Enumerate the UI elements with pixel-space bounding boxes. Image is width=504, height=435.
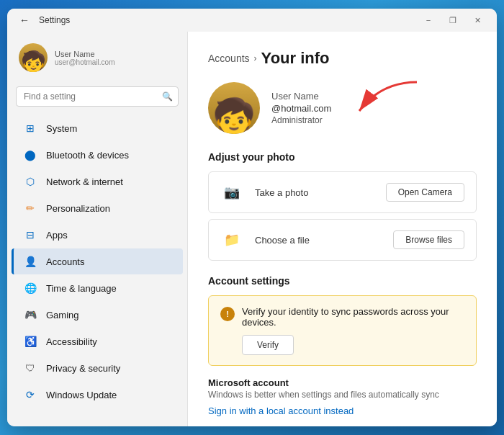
sidebar-item-personalization[interactable]: ✏ Personalization bbox=[12, 195, 183, 221]
sidebar-item-label: Network & internet bbox=[46, 176, 123, 187]
sidebar-item-system[interactable]: ⊞ System bbox=[12, 115, 183, 141]
back-button[interactable]: ← bbox=[16, 12, 33, 29]
breadcrumb-separator: › bbox=[254, 53, 257, 63]
take-photo-label: Take a photo bbox=[255, 187, 374, 198]
time-icon: 🌐 bbox=[23, 281, 37, 295]
accessibility-icon: ♿ bbox=[23, 334, 37, 349]
sidebar-email: user@hotmail.com bbox=[55, 58, 115, 66]
main-content: Accounts › Your info 🧒 User Name @hotmai… bbox=[187, 32, 497, 426]
profile-name: User Name bbox=[271, 91, 331, 102]
sidebar-item-label: Windows Update bbox=[46, 390, 117, 400]
sidebar-item-bluetooth[interactable]: ⬤ Bluetooth & devices bbox=[12, 142, 183, 168]
network-icon: ⬡ bbox=[23, 174, 37, 189]
sidebar-item-time[interactable]: 🌐 Time & language bbox=[12, 275, 183, 301]
sidebar-item-label: Bluetooth & devices bbox=[46, 150, 129, 161]
browse-files-button[interactable]: Browse files bbox=[393, 230, 464, 249]
sidebar-item-update[interactable]: ⟳ Windows Update bbox=[12, 382, 183, 408]
sidebar-item-network[interactable]: ⬡ Network & internet bbox=[12, 169, 183, 194]
window-title: Settings bbox=[39, 15, 70, 25]
sidebar-item-label: Privacy & security bbox=[46, 363, 120, 374]
maximize-button[interactable]: ❐ bbox=[442, 13, 464, 27]
accounts-icon: 👤 bbox=[23, 254, 37, 269]
verify-button[interactable]: Verify bbox=[242, 335, 294, 355]
settings-window: ← Settings − ❐ ✕ 🧒 User Name user@hotmai… bbox=[7, 9, 497, 426]
sidebar-item-label: Apps bbox=[46, 230, 68, 241]
folder-icon: 📁 bbox=[220, 228, 243, 251]
sidebar: 🧒 User Name user@hotmail.com 🔍 ⊞ System … bbox=[7, 32, 187, 426]
warning-icon: ! bbox=[220, 307, 235, 321]
sidebar-username: User Name bbox=[55, 50, 115, 58]
bluetooth-icon: ⬤ bbox=[23, 148, 37, 162]
choose-file-label: Choose a file bbox=[255, 235, 382, 246]
sidebar-item-privacy[interactable]: 🛡 Privacy & security bbox=[12, 355, 183, 381]
content-area: 🧒 User Name user@hotmail.com 🔍 ⊞ System … bbox=[7, 32, 497, 426]
sidebar-item-label: Personalization bbox=[46, 203, 110, 214]
search-icon: 🔍 bbox=[162, 91, 173, 102]
red-arrow-indicator bbox=[338, 79, 424, 125]
system-icon: ⊞ bbox=[23, 121, 37, 135]
sign-in-local-link[interactable]: Sign in with a local account instead bbox=[208, 405, 354, 416]
sidebar-item-label: Accessibility bbox=[46, 336, 97, 347]
breadcrumb-parent: Accounts bbox=[208, 53, 250, 64]
ms-account-desc: Windows is better when settings and file… bbox=[208, 390, 477, 400]
breadcrumb-current: Your info bbox=[261, 49, 330, 68]
choose-file-card: 📁 Choose a file Browse files bbox=[208, 219, 477, 261]
warning-content: ! Verify your identity to sync passwords… bbox=[220, 306, 464, 328]
sidebar-item-accounts[interactable]: 👤 Accounts bbox=[12, 248, 183, 274]
camera-icon: 📷 bbox=[220, 181, 243, 204]
avatar-image: 🧒 bbox=[208, 82, 260, 134]
minimize-button[interactable]: − bbox=[418, 13, 439, 27]
open-camera-button[interactable]: Open Camera bbox=[386, 183, 464, 202]
sidebar-item-label: System bbox=[46, 123, 77, 134]
take-photo-card: 📷 Take a photo Open Camera bbox=[208, 171, 477, 213]
update-icon: ⟳ bbox=[23, 387, 37, 402]
sidebar-item-label: Accounts bbox=[46, 256, 84, 267]
search-input[interactable] bbox=[16, 86, 179, 107]
sidebar-user-info: User Name user@hotmail.com bbox=[55, 50, 115, 66]
avatar: 🧒 bbox=[208, 82, 260, 134]
profile-info: User Name @hotmail.com Administrator bbox=[271, 91, 331, 125]
breadcrumb: Accounts › Your info bbox=[208, 49, 477, 68]
privacy-icon: 🛡 bbox=[23, 361, 37, 375]
gaming-icon: 🎮 bbox=[23, 308, 37, 322]
warning-text: Verify your identity to sync passwords a… bbox=[242, 306, 464, 328]
profile-role: Administrator bbox=[271, 115, 331, 125]
profile-email: @hotmail.com bbox=[271, 103, 331, 114]
sidebar-item-apps[interactable]: ⊟ Apps bbox=[12, 222, 183, 248]
window-controls: − ❐ ✕ bbox=[418, 13, 488, 27]
titlebar: ← Settings − ❐ ✕ bbox=[7, 9, 497, 32]
microsoft-account-section: Microsoft account Windows is better when… bbox=[208, 377, 477, 417]
close-button[interactable]: ✕ bbox=[467, 13, 488, 27]
sidebar-avatar: 🧒 bbox=[19, 43, 48, 72]
apps-icon: ⊟ bbox=[23, 228, 37, 242]
adjust-photo-title: Adjust your photo bbox=[208, 151, 477, 163]
account-settings-title: Account settings bbox=[208, 275, 477, 287]
sidebar-item-accessibility[interactable]: ♿ Accessibility bbox=[12, 328, 183, 354]
sidebar-item-label: Gaming bbox=[46, 310, 79, 320]
warning-card: ! Verify your identity to sync passwords… bbox=[208, 295, 477, 366]
search-box: 🔍 bbox=[16, 86, 179, 107]
sidebar-item-label: Time & language bbox=[46, 283, 117, 294]
personalization-icon: ✏ bbox=[23, 201, 37, 215]
ms-account-title: Microsoft account bbox=[208, 377, 477, 388]
sidebar-item-gaming[interactable]: 🎮 Gaming bbox=[12, 302, 183, 328]
sidebar-profile: 🧒 User Name user@hotmail.com bbox=[7, 37, 187, 84]
profile-section: 🧒 User Name @hotmail.com Administrator bbox=[208, 82, 477, 134]
